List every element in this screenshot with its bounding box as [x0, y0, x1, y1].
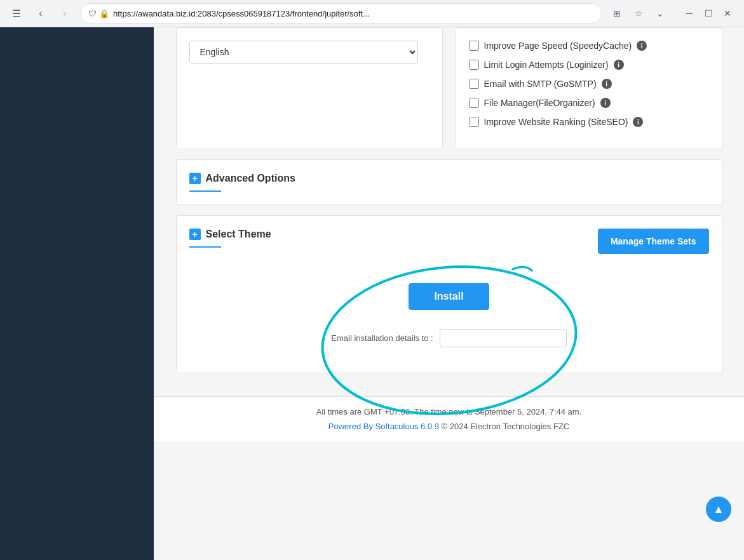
plugin-label-2[interactable]: Email with SMTP (GoSMTP): [484, 79, 597, 89]
plugin-checkbox-2[interactable]: [469, 79, 479, 89]
language-section: English Spanish French German Indonesian: [176, 27, 443, 149]
main-content: English Spanish French German Indonesian…: [154, 27, 744, 560]
footer: All times are GMT +07:00. The time now i…: [154, 396, 744, 441]
close-button[interactable]: ✕: [719, 4, 736, 22]
language-plugins-row: English Spanish French German Indonesian…: [176, 27, 722, 149]
plugin-checkbox-0[interactable]: [469, 41, 479, 51]
close-icon: ✕: [724, 8, 731, 18]
more-btn[interactable]: ⌄: [651, 4, 669, 22]
plugin-checkbox-4[interactable]: [469, 117, 479, 127]
plugin-checkbox-3[interactable]: [469, 98, 479, 108]
language-select[interactable]: English Spanish French German Indonesian: [189, 41, 418, 63]
back-icon: ‹: [39, 8, 42, 19]
plugin-label-0[interactable]: Improve Page Speed (SpeedyCache): [484, 41, 632, 51]
bookmark-btn[interactable]: ☆: [630, 4, 647, 22]
list-item: Limit Login Attempts (Loginizer) i: [469, 60, 709, 70]
email-details-row: Email installation details to :: [331, 329, 566, 347]
list-item: Improve Page Speed (SpeedyCache) i: [469, 41, 709, 51]
url-text: https://awandata.biz.id:2083/cpsess06591…: [113, 9, 593, 18]
info-icon-2[interactable]: i: [602, 79, 612, 89]
info-icon-3[interactable]: i: [600, 98, 611, 108]
address-bar[interactable]: 🛡 🔒 https://awandata.biz.id:2083/cpsess0…: [80, 3, 602, 23]
hamburger-icon: ☰: [12, 8, 21, 20]
plugins-section: Improve Page Speed (SpeedyCache) i Limit…: [456, 27, 722, 149]
plugin-label-4[interactable]: Improve Website Ranking (SiteSEO): [484, 117, 628, 127]
browser-menu-btn[interactable]: ☰: [8, 4, 25, 22]
info-icon-0[interactable]: i: [637, 41, 647, 51]
minimize-button[interactable]: ─: [680, 4, 698, 22]
select-theme-title: Select Theme: [206, 229, 271, 240]
plus-icon: +: [192, 229, 197, 239]
advanced-options-underline: [189, 190, 221, 192]
manage-theme-sets-button[interactable]: Manage Theme Sets: [598, 229, 709, 254]
advanced-options-title: Advanced Options: [206, 173, 295, 184]
plugin-label-3[interactable]: File Manager(FileOrganizer): [484, 98, 595, 108]
plugin-label-1[interactable]: Limit Login Attempts (Loginizer): [484, 60, 609, 70]
sidebar: [0, 27, 154, 560]
maximize-icon: ☐: [705, 8, 713, 18]
footer-copyright-text: © 2024 Electron Technologies FZC: [442, 422, 570, 431]
footer-times-text: All times are GMT +07:00. The time now i…: [164, 407, 734, 417]
email-details-input[interactable]: [440, 329, 567, 347]
install-button[interactable]: Install: [409, 283, 489, 310]
select-theme-section: + Select Theme Manage Theme Sets: [176, 215, 722, 373]
lock-icon: 🔒: [99, 9, 109, 18]
plugin-checkbox-1[interactable]: [469, 60, 479, 70]
maximize-button[interactable]: ☐: [700, 4, 717, 22]
select-theme-toggle[interactable]: +: [189, 229, 201, 240]
back-button[interactable]: ‹: [32, 4, 50, 22]
list-item: Email with SMTP (GoSMTP) i: [469, 79, 709, 89]
grid-icon: ⊞: [613, 8, 621, 18]
info-icon-4[interactable]: i: [633, 117, 643, 127]
email-details-label: Email installation details to :: [331, 333, 433, 343]
star-icon: ☆: [635, 8, 643, 18]
powered-by-link[interactable]: Powered By Softaculous 6.0.9: [328, 422, 439, 431]
install-area: Install Email installation details to :: [189, 264, 709, 360]
advanced-options-section: + Advanced Options: [176, 159, 722, 205]
forward-button[interactable]: ›: [56, 4, 74, 22]
shield-icon: 🛡: [88, 9, 97, 18]
advanced-options-toggle[interactable]: +: [189, 173, 201, 184]
info-icon-1[interactable]: i: [614, 60, 624, 70]
chevron-down-icon: ⌄: [656, 8, 664, 18]
select-theme-underline: [189, 246, 221, 248]
list-item: Improve Website Ranking (SiteSEO) i: [469, 117, 709, 127]
minimize-icon: ─: [686, 8, 693, 18]
arrow-up-icon: ▲: [713, 503, 724, 516]
bookmarks-btn[interactable]: ⊞: [608, 4, 626, 22]
plus-icon: +: [192, 173, 197, 183]
forward-icon: ›: [63, 8, 66, 19]
list-item: File Manager(FileOrganizer) i: [469, 98, 709, 108]
browser-chrome: ☰ ‹ › 🛡 🔒 https://awandata.biz.id:2083/c…: [0, 0, 744, 27]
scroll-to-top-button[interactable]: ▲: [706, 497, 731, 522]
